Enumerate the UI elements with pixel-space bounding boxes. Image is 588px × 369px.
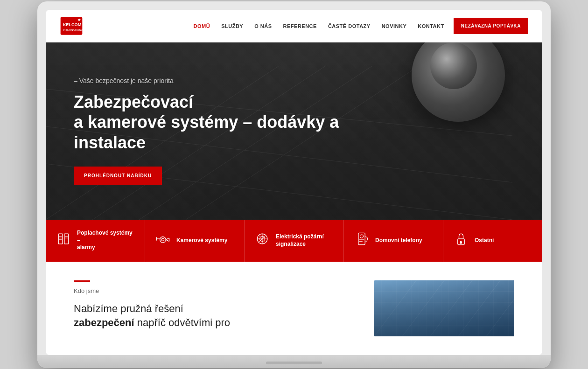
nav-item-novinky[interactable]: NOVINKY [382, 21, 407, 30]
service-label-fire: Elektrická požárnísignalizace [276, 233, 324, 248]
building-graphic [374, 280, 514, 336]
hero-subtitle: – Vaše bezpečnost je naše priorita [74, 77, 344, 84]
laptop-base [37, 355, 551, 368]
svg-rect-12 [58, 234, 63, 244]
svg-line-44 [458, 280, 500, 336]
svg-line-23 [166, 238, 169, 240]
svg-line-41 [374, 280, 416, 336]
hero-content: – Vaše bezpečnost je naše priorita Zabez… [46, 77, 372, 185]
about-image [374, 280, 514, 336]
logo[interactable]: KEL COM INTERNATIONAL [60, 15, 84, 36]
hero-title: Zabezpečovacía kamerové systémy – dodávk… [74, 92, 344, 153]
svg-rect-13 [64, 234, 69, 244]
hero-section: – Vaše bezpečnost je naše priorita Zabez… [46, 42, 542, 220]
svg-line-43 [430, 280, 472, 336]
intercom-icon [353, 230, 370, 251]
nav-item-faq[interactable]: ČASTÉ DOTAZY [328, 21, 371, 30]
service-label-camera: Kamerové systémy [176, 237, 227, 244]
laptop-screen: KEL COM INTERNATIONAL DOMŮ SLUŽBY O NÁS … [46, 10, 542, 355]
hero-cta-button[interactable]: PROHLÉDNOUT NABÍDKU [74, 167, 162, 185]
service-item-fire[interactable]: Elektrická požárnísignalizace [245, 220, 344, 262]
nav-item-domu[interactable]: DOMŮ [194, 21, 210, 30]
alarm-icon [55, 230, 71, 251]
service-bar: Poplachové systémy –alarmy Kamerové syst… [46, 220, 542, 262]
service-label-intercom: Domovní telefony [375, 237, 422, 244]
laptop-mockup: KEL COM INTERNATIONAL DOMŮ SLUŽBY O NÁS … [37, 1, 551, 368]
svg-text:INTERNATIONAL: INTERNATIONAL [63, 28, 83, 31]
logo-icon: KEL COM INTERNATIONAL [60, 15, 83, 36]
section-line-decoration [74, 280, 90, 282]
cta-button[interactable]: NEZÁVAZNÁ POPTÁVKA [454, 18, 528, 34]
about-text: Kdo jsme Nabízíme pružná řešení zabezpeč… [74, 280, 356, 336]
svg-point-33 [360, 235, 363, 238]
nav-item-kontakt[interactable]: KONTAKT [418, 21, 444, 30]
about-section: Kdo jsme Nabízíme pružná řešení zabezpeč… [46, 262, 542, 355]
navigation: KEL COM INTERNATIONAL DOMŮ SLUŽBY O NÁS … [46, 10, 542, 42]
svg-text:0: 0 [460, 241, 462, 244]
svg-text:KEL: KEL [63, 22, 72, 27]
svg-line-45 [486, 280, 514, 336]
service-label-other: Ostatní [475, 237, 494, 244]
camera-icon [154, 230, 171, 251]
nav-item-onas[interactable]: O NÁS [254, 21, 272, 30]
svg-point-19 [160, 237, 166, 243]
svg-line-42 [402, 280, 444, 336]
nav-links: DOMŮ SLUŽBY O NÁS REFERENCE ČASTÉ DOTAZY… [194, 21, 444, 30]
section-label: Kdo jsme [74, 287, 356, 294]
svg-rect-40 [374, 280, 514, 336]
service-item-camera[interactable]: Kamerové systémy [145, 220, 245, 262]
service-label-alarm: Poplachové systémy –alarmy [77, 230, 135, 251]
nav-item-sluzby[interactable]: SLUŽBY [221, 21, 243, 30]
about-title: Nabízíme pružná řešení zabezpečení napří… [74, 302, 356, 331]
fire-icon [254, 230, 270, 251]
service-item-other[interactable]: 0 Ostatní [443, 220, 542, 262]
svg-point-22 [161, 238, 164, 241]
nav-item-reference[interactable]: REFERENCE [283, 21, 317, 30]
lock-icon: 0 [453, 230, 469, 251]
service-item-alarm[interactable]: Poplachové systémy –alarmy [46, 220, 145, 262]
svg-line-25 [166, 240, 169, 242]
service-item-intercom[interactable]: Domovní telefony [344, 220, 443, 262]
svg-text:COM: COM [71, 22, 82, 27]
